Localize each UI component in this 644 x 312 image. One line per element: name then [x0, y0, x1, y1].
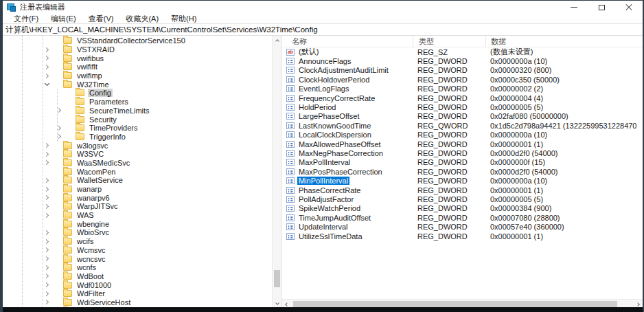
chevron-right-icon[interactable]	[54, 135, 65, 138]
tree-item[interactable]: WarpJITSvc	[3, 202, 272, 211]
value-type-cell: REG_DWORD	[413, 186, 485, 194]
chevron-right-icon[interactable]	[54, 109, 65, 112]
menu-view[interactable]: 查看(V)	[82, 14, 120, 24]
tree-item[interactable]: Wcmsvc	[3, 246, 272, 255]
table-row[interactable]: MinPollIntervalREG_DWORD0x0000000a (10)	[281, 176, 643, 185]
chevron-right-icon[interactable]	[41, 179, 52, 182]
table-row[interactable]: LargePhaseOffsetREG_DWORD0x02faf080 (500…	[281, 112, 643, 121]
tree-item[interactable]: w3logsvc	[3, 141, 272, 150]
tree-item[interactable]: WAS	[3, 211, 272, 220]
tree-item[interactable]: wcifs	[3, 237, 272, 246]
horizontal-scrollbar-thumb[interactable]	[293, 301, 617, 307]
chevron-right-icon[interactable]	[41, 300, 52, 304]
tree-item[interactable]: wcncsvc	[3, 254, 272, 263]
chevron-right-icon[interactable]	[41, 240, 52, 243]
table-row[interactable]: UtilizeSslTimeDataREG_DWORD0x00000001 (1…	[281, 232, 643, 241]
menu-help[interactable]: 帮助(H)	[165, 14, 203, 24]
table-row[interactable]: LastKnownGoodTimeREG_QWORD0x1d5c2d798a94…	[281, 121, 643, 130]
table-row[interactable]: ClockAdjustmentAuditLimitREG_DWORD0x0000…	[281, 66, 643, 75]
table-row[interactable]: HoldPeriodREG_DWORD0x00000005 (5)	[281, 102, 643, 111]
table-row[interactable]: FrequencyCorrectRateREG_DWORD0x00000004 …	[281, 93, 643, 102]
chevron-right-icon[interactable]	[41, 196, 52, 199]
tree-item[interactable]: TimeProviders	[3, 124, 272, 133]
tree-item[interactable]: WdiServiceHost	[3, 298, 272, 307]
tree-item[interactable]: Parameters	[3, 98, 272, 107]
table-row[interactable]: EventLogFlagsREG_DWORD0x00000002 (2)	[281, 85, 643, 93]
chevron-right-icon[interactable]	[41, 65, 52, 69]
tree-item[interactable]: Wdf01000	[3, 280, 272, 289]
tree-item[interactable]: wanarp	[3, 185, 272, 194]
tree-item[interactable]: wbengine	[3, 219, 272, 228]
tree-item[interactable]: VSTXRAID	[3, 45, 272, 54]
chevron-right-icon[interactable]	[41, 274, 52, 278]
table-row[interactable]: ClockHoldoverPeriodREG_DWORD0x0000c350 (…	[281, 75, 643, 84]
tree-item[interactable]: TriggerInfo	[3, 133, 272, 142]
chevron-right-icon[interactable]	[41, 248, 52, 252]
chevron-right-icon[interactable]	[41, 153, 52, 156]
tree-item[interactable]: WaaSMedicSvc	[3, 159, 272, 168]
column-header-type[interactable]: 类型	[413, 36, 485, 47]
chevron-right-icon[interactable]	[41, 48, 52, 52]
tree-item[interactable]: wanarpv6	[3, 193, 272, 202]
value-data-cell: 0x02faf080 (50000000)	[485, 112, 643, 120]
table-row[interactable]: MaxPosPhaseCorrectionREG_DWORD0x0000d2f0…	[281, 167, 643, 176]
chevron-right-icon[interactable]	[54, 126, 65, 130]
chevron-right-icon[interactable]	[41, 257, 52, 260]
tree-item[interactable]: WbioSrvc	[3, 228, 272, 237]
chevron-right-icon[interactable]	[41, 74, 52, 78]
tree-vertical-scrollbar[interactable]	[272, 36, 281, 308]
tree-item[interactable]: W3SVC	[3, 150, 272, 159]
column-header-data[interactable]: 数据	[485, 36, 643, 47]
table-row[interactable]: ab(默认)REG_SZ(数值未设置)	[281, 47, 643, 56]
table-row[interactable]: UpdateIntervalREG_DWORD0x00057e40 (36000…	[281, 222, 643, 231]
tree-item[interactable]: Security	[3, 115, 272, 124]
close-button[interactable]	[615, 1, 643, 14]
tree-item-label: wanarp	[76, 185, 103, 193]
reg-dword-icon	[286, 177, 295, 184]
chevron-right-icon[interactable]	[41, 56, 52, 60]
chevron-right-icon[interactable]	[41, 205, 52, 208]
value-name-label: LastKnownGoodTime	[297, 122, 372, 130]
minimize-button[interactable]	[560, 1, 588, 14]
table-row[interactable]: PollAdjustFactorREG_DWORD0x00000005 (5)	[281, 194, 643, 203]
chevron-right-icon[interactable]	[41, 266, 52, 269]
tree-item[interactable]: Config	[3, 89, 272, 98]
tree-item[interactable]: WdFilter	[3, 289, 272, 298]
table-row[interactable]: AnnounceFlagsREG_DWORD0x0000000a (10)	[281, 56, 643, 65]
vertical-scrollbar-thumb[interactable]	[274, 270, 280, 287]
tree-item[interactable]: vwifimp	[3, 71, 272, 80]
chevron-right-icon[interactable]	[41, 214, 52, 217]
chevron-right-icon[interactable]	[41, 231, 52, 234]
chevron-right-icon[interactable]	[41, 144, 52, 147]
address-bar[interactable]: 计算机\HKEY_LOCAL_MACHINE\SYSTEM\CurrentCon…	[3, 23, 643, 36]
table-row[interactable]: TimeJumpAuditOffsetREG_DWORD0x00007080 (…	[281, 213, 643, 222]
folder-icon	[63, 177, 72, 183]
maximize-button[interactable]	[588, 1, 615, 14]
tree-item[interactable]: vwifibus	[3, 54, 272, 63]
table-row[interactable]: PhaseCorrectRateREG_DWORD0x00000001 (1)	[281, 186, 643, 194]
column-header-name[interactable]: 名称	[281, 36, 413, 47]
tree-item[interactable]: W32Time	[3, 80, 272, 89]
tree-item[interactable]: VSStandardCollectorService150	[3, 36, 272, 45]
chevron-right-icon[interactable]	[41, 161, 52, 164]
chevron-right-icon[interactable]	[41, 188, 52, 191]
chevron-down-icon[interactable]	[41, 83, 52, 85]
tree-item[interactable]: WdBoot	[3, 272, 272, 281]
table-row[interactable]: MaxPollIntervalREG_DWORD0x0000000f (15)	[281, 158, 643, 167]
tree-item[interactable]: WalletService	[3, 176, 272, 185]
tree-item[interactable]: vwififlt	[3, 63, 272, 71]
reg-dword-icon	[286, 122, 295, 129]
chevron-right-icon[interactable]	[41, 292, 52, 296]
tree-item[interactable]: WacomPen	[3, 167, 272, 176]
tree-item[interactable]: SecureTimeLimits	[3, 107, 272, 115]
table-row[interactable]: MaxAllowedPhaseOffsetREG_DWORD0x00000001…	[281, 140, 643, 148]
chevron-right-icon[interactable]	[41, 283, 52, 287]
menu-favorites[interactable]: 收藏夹(A)	[119, 14, 165, 24]
scroll-up-icon[interactable]	[273, 36, 281, 45]
table-row[interactable]: MaxNegPhaseCorrectionREG_DWORD0x0000d2f0…	[281, 148, 643, 157]
table-row[interactable]: LocalClockDispersionREG_DWORD0x0000000a …	[281, 131, 643, 140]
menu-edit[interactable]: 编辑(E)	[45, 14, 82, 24]
tree-item[interactable]: wcnfs	[3, 263, 272, 272]
table-row[interactable]: SpikeWatchPeriodREG_DWORD0x00000384 (900…	[281, 204, 643, 213]
menu-file[interactable]: 文件(F)	[8, 14, 45, 24]
